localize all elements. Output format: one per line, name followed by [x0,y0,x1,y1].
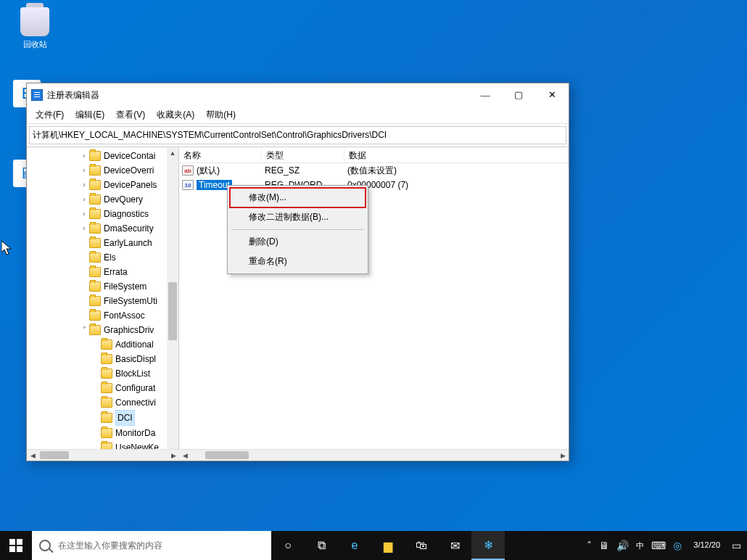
tree-label: Els [104,250,116,265]
monitor-icon[interactable]: 🖥 [599,540,609,551]
tree-item[interactable]: ›FileSystemUti [28,294,178,308]
folder-icon [89,180,101,190]
folder-icon [89,325,101,335]
tree-hscroll-thumb[interactable] [40,451,69,459]
tray-up-icon[interactable]: ˄ [587,540,592,551]
tree-item[interactable]: ›Els [28,250,178,265]
expand-icon[interactable]: › [79,178,89,192]
menu-favorites[interactable]: 收藏夹(A) [151,107,200,123]
recycle-bin-label: 回收站 [13,39,57,50]
tree-item[interactable]: ›EarlyLaunch [28,236,178,250]
tree-item[interactable]: ›DevQuery [28,192,178,207]
tree-panel[interactable]: ›DeviceContai›DeviceOverri›DevicePanels›… [27,147,179,461]
tree-item[interactable]: ›FontAssoc [28,308,178,323]
tree-label: BasicDispl [115,352,156,366]
dword-icon: 10 [182,180,194,190]
tree-item[interactable]: ›Configurat [28,381,178,395]
menu-modify[interactable]: 修改(M)... [230,188,366,207]
menu-rename[interactable]: 重命名(R) [230,252,366,271]
scroll-up-icon[interactable]: ▲ [167,147,178,159]
header-name[interactable]: 名称 [179,147,262,162]
scroll-left-icon[interactable]: ◀ [27,452,38,459]
expand-icon[interactable]: › [79,221,89,236]
header-type[interactable]: 类型 [262,147,344,162]
tree-item[interactable]: ›Diagnostics [28,207,178,221]
scroll-right-icon[interactable]: ▶ [557,452,569,459]
header-data[interactable]: 数据 [344,147,569,162]
task-view-icon[interactable]: ⧉ [305,531,338,560]
expand-icon[interactable]: › [79,192,89,207]
tree-item[interactable]: ›DmaSecurity [28,221,178,236]
app-icon [31,89,43,101]
minimize-button[interactable]: — [469,83,502,107]
clock[interactable]: 3/12/20 [689,540,725,550]
system-tray[interactable]: ˄ 🖥 🔊 中 ⌨ ◎ 3/12/20 ▭ [581,540,747,551]
tree-label: Configurat [115,381,155,395]
tree-item[interactable]: ›BlockList [28,366,178,381]
explorer-icon[interactable]: ▆ [371,531,405,560]
menu-separator [231,229,364,230]
store-icon[interactable]: 🛍 [405,531,438,560]
mail-icon[interactable]: ✉ [438,531,471,560]
folder-icon [89,209,101,219]
scroll-right-icon[interactable]: ▶ [168,452,179,459]
scroll-thumb[interactable] [168,282,177,340]
app-icon-taskbar[interactable]: ❄ [471,531,505,560]
tree-label: DevQuery [104,192,143,207]
expand-icon[interactable]: › [79,149,89,163]
ime-indicator[interactable]: 中 [636,540,644,551]
target-icon[interactable]: ◎ [673,540,682,551]
start-button[interactable] [0,531,32,560]
tree-item[interactable]: ›DevicePanels [28,178,178,192]
tree-item[interactable]: ›FileSystem [28,279,178,294]
menu-edit[interactable]: 编辑(E) [70,107,110,123]
volume-icon[interactable]: 🔊 [616,540,629,551]
folder-icon [101,413,112,423]
hscroll-thumb[interactable] [205,451,249,459]
tree-label: DeviceContai [104,149,155,163]
expand-icon[interactable]: ˅ [79,323,89,337]
tree-item[interactable]: ›DCI [28,410,178,426]
tree-scrollbar[interactable]: ▲ ▼ [167,147,178,461]
search-box[interactable]: 在这里输入你要搜索的内容 [32,531,271,560]
notifications-icon[interactable]: ▭ [732,540,741,551]
folder-icon [89,223,101,234]
menu-file[interactable]: 文件(F) [30,107,70,123]
tree-item[interactable]: ›DeviceOverri [28,163,178,178]
tree-label: Diagnostics [104,207,149,221]
menu-modify-binary[interactable]: 修改二进制数据(B)... [230,207,366,227]
maximize-button[interactable]: ▢ [502,83,535,107]
window-title: 注册表编辑器 [47,89,469,102]
tree-item[interactable]: ›Errata [28,265,178,279]
scroll-left-icon[interactable]: ◀ [179,452,191,459]
taskbar: 在这里输入你要搜索的内容 ○ ⧉ e ▆ 🛍 ✉ ❄ ˄ 🖥 🔊 中 ⌨ ◎ 3… [0,531,747,560]
folder-icon [101,428,112,438]
recycle-bin-icon[interactable]: 回收站 [13,7,57,50]
menu-help[interactable]: 帮助(H) [200,107,242,123]
menu-delete[interactable]: 删除(D) [230,232,366,252]
tree-item[interactable]: ›Connectivi [28,395,178,410]
tree-item[interactable]: ›BasicDispl [28,352,178,366]
list-hscrollbar[interactable]: ◀ ▶ [179,449,569,461]
tree-item[interactable]: ›Additional [28,337,178,352]
list-header[interactable]: 名称 类型 数据 [179,147,569,163]
tree-label: Errata [104,265,128,279]
close-button[interactable]: ✕ [535,83,569,107]
tree-hscrollbar[interactable]: ◀ ▶ [27,449,179,461]
menu-view[interactable]: 查看(V) [110,107,151,123]
cortana-icon[interactable]: ○ [271,531,305,560]
folder-icon [89,267,101,277]
expand-icon[interactable]: › [79,163,89,178]
tree-label: DeviceOverri [104,163,154,178]
edge-icon[interactable]: e [338,531,371,560]
tree-item[interactable]: ˅GraphicsDriv [28,323,178,337]
address-bar[interactable]: 计算机\HKEY_LOCAL_MACHINE\SYSTEM\CurrentCon… [29,126,566,144]
titlebar[interactable]: 注册表编辑器 — ▢ ✕ [27,83,569,107]
search-placeholder: 在这里输入你要搜索的内容 [58,540,162,552]
keyboard-icon[interactable]: ⌨ [651,540,666,551]
expand-icon[interactable]: › [79,207,89,221]
list-row[interactable]: ab(默认)REG_SZ(数值未设置) [179,163,569,178]
tree-label: FileSystem [104,279,146,294]
tree-item[interactable]: ›DeviceContai [28,149,178,163]
tree-item[interactable]: ›MonitorDa [28,426,178,440]
